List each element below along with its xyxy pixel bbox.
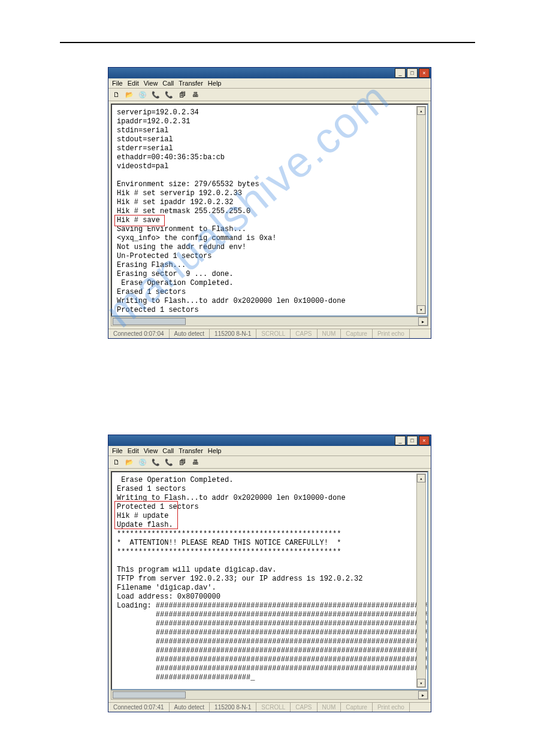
call-icon[interactable]: 📞	[150, 457, 161, 467]
print-icon[interactable]: 🖶	[190, 457, 201, 467]
titlebar: _ □ ×	[108, 435, 431, 446]
status-num: NUM	[318, 703, 341, 712]
maximize-button[interactable]: □	[407, 68, 418, 78]
terminal-text: Erase Operation Completed. Erased 1 sect…	[117, 476, 428, 682]
menu-edit[interactable]: Edit	[128, 447, 139, 454]
scroll-down-icon[interactable]: ▾	[417, 305, 425, 314]
menu-call[interactable]: Call	[162, 80, 174, 87]
new-icon[interactable]: 🗋	[111, 90, 122, 99]
menu-help[interactable]: Help	[208, 447, 222, 454]
status-scroll: SCROLL	[256, 329, 291, 338]
scroll-down-icon[interactable]: ▾	[417, 679, 425, 687]
copy-icon[interactable]: 🗐	[177, 90, 188, 99]
status-caps: CAPS	[291, 329, 317, 338]
terminal-text: serverip=192.0.2.34 ipaddr=192.0.2.31 st…	[117, 108, 346, 317]
page-divider	[60, 42, 475, 43]
close-button[interactable]: ×	[419, 68, 430, 78]
status-bar: Connected 0:07:04 Auto detect 115200 8-N…	[108, 329, 431, 338]
open-icon[interactable]: 📂	[124, 457, 135, 467]
terminal-output[interactable]: Erase Operation Completed. Erased 1 sect…	[111, 471, 428, 690]
status-capture: Capture	[341, 703, 373, 712]
maximize-button[interactable]: □	[407, 436, 418, 445]
terminal-output[interactable]: serverip=192.0.2.34 ipaddr=192.0.2.31 st…	[111, 104, 428, 317]
toolbar: 🗋 📂 💿 📞 📞 🗐 🖶	[108, 89, 431, 101]
vertical-scrollbar[interactable]: ▴ ▾	[416, 473, 426, 688]
minimize-button[interactable]: _	[395, 436, 406, 445]
new-icon[interactable]: 🗋	[111, 457, 122, 467]
menu-transfer[interactable]: Transfer	[179, 80, 203, 87]
open-icon[interactable]: 📂	[124, 90, 135, 99]
status-connected: Connected 0:07:04	[108, 329, 170, 338]
titlebar: _ □ ×	[108, 68, 431, 78]
scroll-thumb[interactable]	[113, 318, 186, 325]
status-capture: Capture	[341, 329, 373, 338]
menubar: File Edit View Call Transfer Help	[108, 78, 431, 89]
menu-edit[interactable]: Edit	[128, 80, 139, 87]
status-scroll: SCROLL	[256, 703, 291, 712]
menu-file[interactable]: File	[112, 80, 123, 87]
vertical-scrollbar[interactable]: ▴ ▾	[416, 106, 426, 314]
status-encoding: 115200 8-N-1	[210, 703, 256, 712]
status-autodetect: Auto detect	[170, 329, 210, 338]
horizontal-scrollbar[interactable]: ▸	[111, 317, 428, 326]
menu-help[interactable]: Help	[208, 80, 222, 87]
status-encoding: 115200 8-N-1	[210, 329, 256, 338]
call-icon[interactable]: 📞	[150, 90, 161, 99]
menu-call[interactable]: Call	[162, 447, 174, 454]
status-bar: Connected 0:07:41 Auto detect 115200 8-N…	[108, 702, 431, 712]
scroll-right-icon[interactable]: ▸	[418, 317, 428, 326]
hangup-icon[interactable]: 📞	[164, 457, 174, 467]
status-printecho: Print echo	[373, 329, 410, 338]
status-connected: Connected 0:07:41	[108, 703, 170, 712]
minimize-button[interactable]: _	[395, 68, 406, 78]
scroll-up-icon[interactable]: ▴	[417, 107, 425, 115]
hyperterminal-window-1: _ □ × File Edit View Call Transfer Help …	[108, 67, 431, 339]
scroll-right-icon[interactable]: ▸	[418, 691, 428, 699]
disc-icon[interactable]: 💿	[137, 90, 148, 99]
close-button[interactable]: ×	[419, 436, 430, 445]
menu-view[interactable]: View	[144, 80, 158, 87]
menu-transfer[interactable]: Transfer	[179, 447, 203, 454]
toolbar: 🗋 📂 💿 📞 📞 🗐 🖶	[108, 456, 431, 469]
status-autodetect: Auto detect	[170, 703, 210, 712]
status-caps: CAPS	[291, 703, 317, 712]
disc-icon[interactable]: 💿	[137, 457, 148, 467]
hyperterminal-window-2: _ □ × File Edit View Call Transfer Help …	[108, 435, 431, 712]
horizontal-scrollbar[interactable]: ▸	[111, 690, 428, 700]
status-num: NUM	[318, 329, 341, 338]
copy-icon[interactable]: 🗐	[177, 457, 188, 467]
menubar: File Edit View Call Transfer Help	[108, 446, 431, 456]
scroll-up-icon[interactable]: ▴	[417, 474, 425, 482]
menu-file[interactable]: File	[112, 447, 123, 454]
print-icon[interactable]: 🖶	[190, 90, 201, 99]
menu-view[interactable]: View	[144, 447, 158, 454]
status-printecho: Print echo	[373, 703, 410, 712]
scroll-thumb[interactable]	[113, 691, 186, 699]
hangup-icon[interactable]: 📞	[164, 90, 174, 99]
